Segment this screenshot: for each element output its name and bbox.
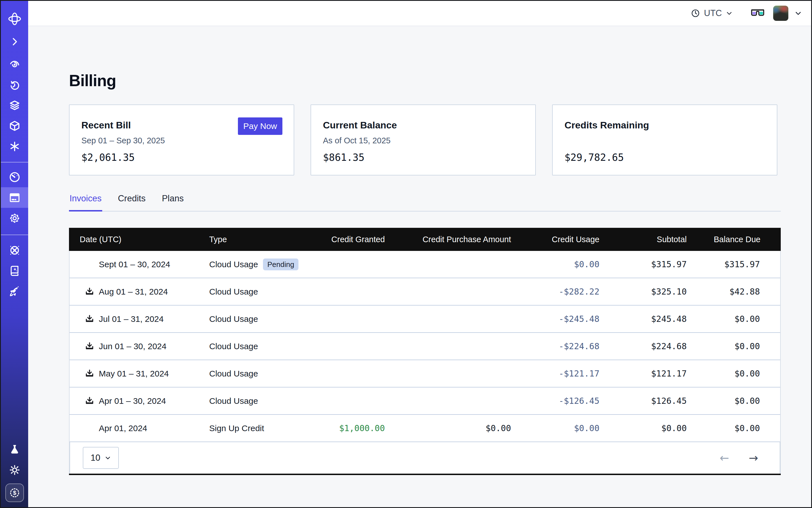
- invoice-date: Apr 01 – 30, 2024: [99, 396, 166, 406]
- invoice-date: Sept 01 – 30, 2024: [99, 260, 170, 269]
- table-row: Aug 01 – 31, 2024 Cloud Usage -$282.22 $…: [70, 278, 780, 305]
- status-badge: Pending: [263, 258, 298, 270]
- invoice-date: Jul 01 – 31, 2024: [99, 314, 164, 324]
- clock-icon: [691, 9, 700, 18]
- history-icon[interactable]: [1, 75, 28, 95]
- billing-app-window: $ UTC: [0, 0, 812, 508]
- sidebar-item-billing[interactable]: [1, 187, 28, 208]
- experiments-flask-icon[interactable]: [1, 439, 28, 460]
- credits-remaining-card: Credits Remaining $29,782.65: [552, 104, 777, 175]
- column-header-balance-due: Balance Due: [694, 235, 781, 244]
- table-row: Jun 01 – 30, 2024 Cloud Usage -$224.68 $…: [70, 333, 780, 360]
- page-size-select[interactable]: 10: [83, 447, 119, 469]
- card-subtitle: Sep 01 – Sep 30, 2025: [81, 136, 165, 145]
- download-invoice-icon[interactable]: [85, 287, 94, 297]
- next-page-button[interactable]: →: [747, 452, 760, 464]
- invoice-date: May 01 – 31, 2024: [99, 369, 169, 378]
- subtotal-value: $126.45: [607, 396, 694, 406]
- timezone-selector[interactable]: UTC: [691, 8, 733, 18]
- settings-gear-icon[interactable]: [1, 208, 28, 228]
- subtotal-value: $0.00: [607, 423, 694, 433]
- column-header-credit-granted: Credit Granted: [316, 235, 392, 244]
- credit-usage-value: $0.00: [518, 423, 607, 433]
- credit-purchase-value: $0.00: [392, 423, 518, 433]
- table-body: Sept 01 – 30, 2024 Cloud UsagePending $0…: [69, 251, 781, 474]
- download-invoice-icon[interactable]: [85, 314, 94, 324]
- table-header-row: Date (UTC) Type Credit Granted Credit Pu…: [69, 228, 781, 251]
- invoice-type: Cloud Usage: [198, 314, 316, 324]
- invoice-type: Cloud Usage: [209, 260, 258, 269]
- observe-icon[interactable]: [1, 54, 28, 74]
- dashboard-icon[interactable]: [1, 167, 28, 187]
- current-balance-card: Current Balance As of Oct 15, 2025 $861.…: [310, 104, 536, 175]
- column-header-credit-usage: Credit Usage: [518, 235, 607, 244]
- card-subtitle: As of Oct 15, 2025: [323, 136, 390, 145]
- invoice-date: Jun 01 – 30, 2024: [99, 342, 166, 351]
- avatar[interactable]: [773, 6, 788, 21]
- balance-due-value: $0.00: [694, 314, 780, 324]
- invoice-type: Cloud Usage: [198, 369, 316, 378]
- credit-usage-value: -$121.17: [518, 369, 607, 378]
- logo-icon[interactable]: [1, 8, 28, 29]
- rocket-icon[interactable]: [1, 281, 28, 302]
- asterisk-icon[interactable]: [1, 136, 28, 157]
- cube-icon[interactable]: [1, 116, 28, 136]
- invoice-date: Apr 01, 2024: [99, 424, 147, 433]
- billing-tabs: Invoices Credits Plans: [69, 194, 781, 211]
- expand-sidebar-icon[interactable]: [1, 31, 28, 52]
- card-amount: $2,061.35: [81, 152, 135, 163]
- subtotal-value: $315.97: [607, 259, 694, 269]
- table-row: May 01 – 31, 2024 Cloud Usage -$121.17 $…: [70, 360, 780, 387]
- sidebar-divider: [1, 162, 28, 163]
- page-size-value: 10: [91, 453, 100, 463]
- tab-invoices[interactable]: Invoices: [69, 194, 102, 211]
- download-invoice-icon[interactable]: [85, 342, 94, 351]
- credit-granted-value: $1,000.00: [316, 423, 392, 433]
- invoice-type: Sign Up Credit: [198, 424, 316, 433]
- glasses-icon[interactable]: [751, 9, 765, 18]
- account-menu-chevron-icon[interactable]: [795, 9, 802, 17]
- recent-bill-card: Recent Bill Sep 01 – Sep 30, 2025 $2,061…: [69, 104, 294, 175]
- timezone-label: UTC: [704, 8, 722, 18]
- wheel-icon[interactable]: [1, 240, 28, 260]
- credit-usage-value: $0.00: [518, 259, 607, 269]
- table-row: Sept 01 – 30, 2024 Cloud UsagePending $0…: [70, 251, 780, 278]
- balance-due-value: $0.00: [694, 396, 780, 406]
- download-invoice-icon[interactable]: [85, 396, 94, 406]
- main-content: Billing Recent Bill Sep 01 – Sep 30, 202…: [28, 27, 812, 508]
- card-amount: $861.35: [323, 152, 365, 163]
- card-title: Current Balance: [323, 120, 397, 131]
- card-title: Recent Bill: [81, 120, 131, 131]
- column-header-type: Type: [198, 235, 316, 244]
- table-row: Apr 01, 2024 Sign Up Credit $1,000.00 $0…: [70, 415, 780, 442]
- balance-due-value: $0.00: [694, 423, 780, 433]
- column-header-credit-purchase-amount: Credit Purchase Amount: [392, 235, 518, 244]
- invoice-type: Cloud Usage: [198, 396, 316, 406]
- invoices-table: Date (UTC) Type Credit Granted Credit Pu…: [69, 228, 781, 475]
- credits-badge-button[interactable]: $: [1, 482, 28, 503]
- download-invoice-icon[interactable]: [85, 369, 94, 378]
- sidebar: $: [1, 1, 28, 507]
- pay-now-button[interactable]: Pay Now: [238, 118, 283, 135]
- pagination-row: 10 ← →: [70, 442, 780, 474]
- card-amount: $29,782.65: [564, 152, 624, 163]
- credit-usage-value: -$245.48: [518, 314, 607, 324]
- chevron-down-icon: [726, 10, 733, 16]
- sidebar-divider: [1, 235, 28, 235]
- column-header-subtotal: Subtotal: [607, 235, 694, 244]
- balance-due-value: $0.00: [694, 341, 780, 351]
- table-row: Apr 01 – 30, 2024 Cloud Usage -$126.45 $…: [70, 387, 780, 415]
- credits-badge-icon: $: [5, 483, 24, 502]
- summary-cards: Recent Bill Sep 01 – Sep 30, 2025 $2,061…: [69, 104, 777, 175]
- card-title: Credits Remaining: [564, 120, 649, 131]
- credit-usage-value: -$224.68: [518, 341, 607, 351]
- layers-icon[interactable]: [1, 95, 28, 116]
- invoice-date: Aug 01 – 31, 2024: [99, 287, 168, 297]
- docs-book-icon[interactable]: [1, 260, 28, 281]
- invoice-type: Cloud Usage: [198, 342, 316, 351]
- tab-credits[interactable]: Credits: [117, 194, 146, 211]
- theme-sun-icon[interactable]: [1, 460, 28, 480]
- subtotal-value: $121.17: [607, 369, 694, 378]
- tab-plans[interactable]: Plans: [161, 194, 184, 211]
- previous-page-button[interactable]: ←: [718, 452, 731, 464]
